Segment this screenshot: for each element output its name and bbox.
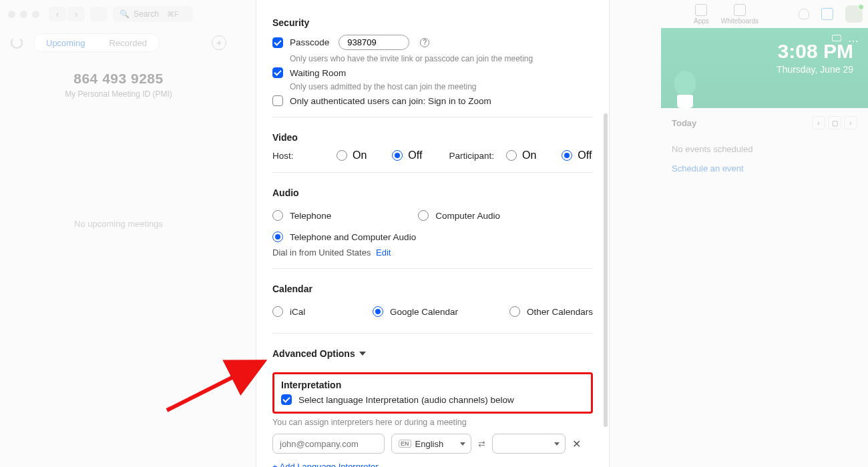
audio-computer-radio[interactable] — [418, 210, 429, 221]
zoom-dot[interactable] — [32, 11, 39, 18]
calendar-hero: ⋯ 3:08 PM Thursday, June 29 — [661, 28, 868, 108]
audio-computer-label: Computer Audio — [435, 211, 500, 221]
search-placeholder: Search — [134, 9, 159, 19]
swap-icon[interactable]: ⇄ — [478, 439, 485, 449]
calendar-google-radio[interactable] — [373, 306, 383, 317]
video-participant-label: Participant: — [449, 151, 494, 161]
passcode-hint: Only users who have the invite link or p… — [290, 54, 593, 63]
apps-tab[interactable]: Apps — [694, 4, 709, 25]
whiteboards-tab[interactable]: Whiteboards — [721, 4, 758, 25]
participant-on-label: On — [522, 149, 536, 161]
section-interpretation-title: Interpretation — [281, 380, 584, 390]
interpreter-email-input[interactable] — [272, 434, 385, 454]
host-on-label: On — [353, 149, 367, 161]
video-host-label: Host: — [272, 151, 337, 161]
auth-users-label: Only authenticated users can join: Sign … — [290, 96, 491, 106]
section-video-title: Video — [272, 132, 593, 143]
section-audio-title: Audio — [272, 187, 593, 198]
lang-badge: EN — [399, 440, 411, 448]
search-input[interactable]: 🔍 Search ⌘F — [113, 6, 193, 22]
dial-in-edit-link[interactable]: Edit — [376, 248, 391, 258]
no-events-text: No events scheduled — [672, 144, 857, 154]
scrollbar[interactable] — [604, 113, 608, 427]
apps-label: Apps — [694, 17, 709, 25]
waiting-room-label: Waiting Room — [290, 68, 346, 78]
calendar-ical-label: iCal — [290, 307, 305, 317]
audio-telephone-label: Telephone — [290, 211, 331, 221]
window-traffic-lights — [5, 11, 39, 18]
cal-prev-button[interactable]: ‹ — [812, 116, 825, 129]
tab-recorded[interactable]: Recorded — [97, 34, 159, 51]
pmi-block[interactable]: 864 493 9285 My Personal Meeting ID (PMI… — [11, 71, 226, 99]
interpretation-highlight-box: Interpretation Select language Interpret… — [272, 372, 593, 414]
whiteboards-icon — [734, 4, 746, 16]
advanced-options-label: Advanced Options — [272, 348, 355, 359]
participant-video-on-radio[interactable] — [506, 150, 517, 161]
interpreter-lang1-select[interactable]: EN English — [391, 434, 471, 454]
passcode-checkbox[interactable] — [272, 37, 283, 48]
dial-in-text: Dial in from United States — [272, 248, 371, 258]
section-security-title: Security — [272, 17, 593, 28]
minimize-dot[interactable] — [20, 11, 27, 18]
waiting-room-hint: Only users admitted by the host can join… — [290, 82, 593, 91]
interpretation-hint: You can assign interpreters here or duri… — [272, 418, 593, 427]
svg-line-1 — [167, 362, 264, 410]
audio-telephone-radio[interactable] — [272, 210, 283, 221]
chevron-down-icon — [460, 442, 465, 446]
calendar-other-label: Other Calendars — [527, 307, 593, 317]
no-meetings-text: No upcoming meetings — [11, 219, 226, 229]
waiting-room-checkbox[interactable] — [272, 67, 283, 78]
participant-video-off-radio[interactable] — [562, 150, 572, 161]
calendar-other-radio[interactable] — [509, 306, 520, 317]
audio-both-radio[interactable] — [272, 231, 283, 242]
advanced-options-toggle[interactable]: Advanced Options — [272, 348, 593, 359]
clock-date: Thursday, June 29 — [676, 64, 853, 75]
lang1-label: English — [415, 439, 444, 449]
annotation-arrow — [164, 354, 277, 423]
auth-users-checkbox[interactable] — [272, 95, 283, 106]
schedule-meeting-dialog: Security Passcode ? Only users who have … — [256, 0, 610, 467]
today-label: Today — [672, 118, 696, 128]
audio-both-label: Telephone and Computer Audio — [290, 232, 416, 242]
remove-interpreter-button[interactable]: ✕ — [572, 438, 581, 450]
more-icon[interactable]: ⋯ — [848, 35, 860, 47]
interpretation-checkbox-label: Select language Interpretation (audio ch… — [298, 395, 514, 405]
help-icon[interactable]: ? — [420, 38, 429, 47]
host-off-label: Off — [408, 149, 422, 161]
close-dot[interactable] — [8, 11, 15, 18]
history-button[interactable] — [90, 7, 107, 21]
chevron-down-icon — [359, 352, 366, 356]
cal-next-button[interactable]: › — [844, 116, 857, 129]
passcode-label: Passcode — [290, 37, 329, 47]
passcode-input[interactable] — [339, 35, 409, 50]
search-icon: 🔍 — [120, 9, 130, 19]
notifications-icon[interactable] — [799, 9, 809, 19]
calendar-google-label: Google Calendar — [390, 307, 458, 317]
section-calendar-title: Calendar — [272, 284, 593, 294]
pmi-subtitle: My Personal Meeting ID (PMI) — [11, 89, 226, 99]
meetings-tabs: Upcoming Recorded — [33, 33, 160, 52]
tab-upcoming[interactable]: Upcoming — [34, 34, 97, 51]
refresh-icon[interactable] — [11, 37, 23, 49]
participant-off-label: Off — [578, 149, 592, 161]
host-video-off-radio[interactable] — [392, 150, 403, 161]
camera-icon[interactable] — [832, 35, 841, 41]
cal-view-button[interactable]: ▢ — [828, 116, 841, 129]
nav-forward-button[interactable]: › — [67, 7, 85, 21]
calendar-ical-radio[interactable] — [272, 306, 283, 317]
whiteboards-label: Whiteboards — [721, 17, 758, 25]
nav-back-button[interactable]: ‹ — [49, 7, 66, 21]
panel-toggle-icon[interactable] — [821, 8, 833, 20]
chevron-down-icon — [554, 442, 560, 446]
add-interpreter-link[interactable]: + Add Language Interpreter — [272, 462, 593, 467]
search-shortcut: ⌘F — [167, 10, 179, 19]
interpreter-lang2-select[interactable] — [492, 434, 566, 454]
avatar[interactable] — [845, 5, 863, 23]
add-meeting-button[interactable]: + — [212, 35, 226, 50]
host-video-on-radio[interactable] — [337, 150, 347, 161]
schedule-event-link[interactable]: Schedule an event — [672, 163, 857, 173]
interpretation-checkbox[interactable] — [281, 394, 292, 405]
apps-icon — [695, 4, 707, 16]
pmi-number: 864 493 9285 — [11, 71, 226, 87]
clock-time: 3:08 PM — [676, 40, 853, 63]
